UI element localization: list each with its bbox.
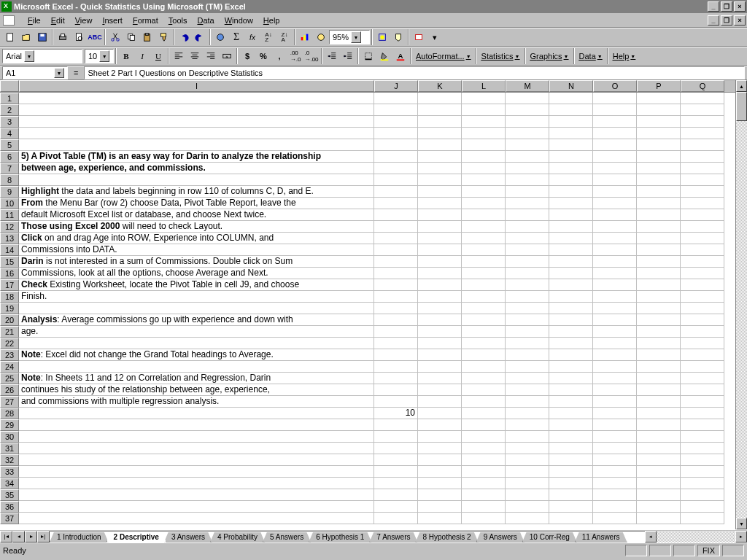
cell[interactable] [549, 419, 593, 431]
cell[interactable] [681, 291, 724, 303]
hscroll-right-button[interactable]: ▸ [735, 531, 747, 542]
cell[interactable] [374, 454, 418, 466]
cell[interactable] [418, 186, 462, 198]
cell[interactable] [549, 291, 593, 303]
cell[interactable] [681, 209, 724, 221]
help-button[interactable] [390, 29, 406, 45]
cell[interactable] [462, 454, 506, 466]
cell[interactable] [681, 244, 724, 256]
cell[interactable] [374, 349, 418, 361]
cell[interactable] [418, 454, 462, 466]
merge-center-button[interactable]: a [219, 48, 235, 64]
col-header-O[interactable]: O [593, 80, 637, 92]
row-header[interactable]: 6 [0, 151, 19, 163]
cell[interactable] [637, 128, 681, 139]
cell[interactable] [19, 501, 374, 513]
cell[interactable]: 10 [374, 408, 418, 419]
cell[interactable] [462, 221, 506, 233]
hscroll-left-button[interactable]: ◂ [645, 531, 657, 542]
cell[interactable] [418, 314, 462, 326]
cell[interactable] [637, 151, 681, 163]
cell[interactable] [593, 419, 637, 431]
align-center-button[interactable] [187, 48, 203, 64]
minimize-button[interactable]: _ [708, 1, 719, 12]
cell[interactable] [506, 256, 549, 268]
cell[interactable] [374, 151, 418, 163]
cell[interactable] [593, 314, 637, 326]
cell[interactable] [593, 174, 637, 186]
cell[interactable] [19, 443, 374, 454]
sheet-tab[interactable]: 6 Hypothesis 1 [309, 532, 371, 542]
cell[interactable] [681, 384, 724, 396]
cell[interactable] [593, 303, 637, 314]
cell[interactable] [637, 361, 681, 373]
cell[interactable] [374, 233, 418, 244]
cell[interactable] [506, 419, 549, 431]
cell[interactable] [462, 128, 506, 139]
chart-wizard-button[interactable] [297, 29, 313, 45]
print-button[interactable] [55, 29, 71, 45]
row-header[interactable]: 1 [0, 93, 19, 104]
cell[interactable] [418, 513, 462, 524]
toolbar-link-data[interactable]: Data ▼ [576, 50, 605, 62]
cell[interactable] [418, 163, 462, 174]
cell[interactable] [681, 279, 724, 291]
row-header[interactable]: 22 [0, 338, 19, 349]
function-button[interactable]: fx [244, 29, 260, 45]
cell[interactable] [593, 454, 637, 466]
cell[interactable] [549, 384, 593, 396]
cell[interactable] [681, 338, 724, 349]
row-header[interactable]: 32 [0, 454, 19, 466]
cell[interactable] [506, 244, 549, 256]
close-button[interactable]: × [734, 1, 746, 12]
cell[interactable] [549, 396, 593, 408]
cell[interactable] [637, 396, 681, 408]
cell[interactable] [506, 384, 549, 396]
row-header[interactable]: 12 [0, 221, 19, 233]
menu-tools[interactable]: Tools [163, 15, 193, 26]
cell[interactable] [418, 268, 462, 279]
row-header[interactable]: 35 [0, 489, 19, 501]
cell[interactable] [593, 396, 637, 408]
zoom-combo[interactable]: 95%▼ [329, 30, 370, 44]
font-name-combo[interactable]: Arial▼ [2, 49, 82, 63]
cell[interactable] [374, 373, 418, 384]
cell[interactable] [418, 431, 462, 443]
col-header-L[interactable]: L [462, 80, 506, 92]
cell[interactable] [549, 361, 593, 373]
row-header[interactable]: 31 [0, 443, 19, 454]
row-header[interactable]: 24 [0, 361, 19, 373]
cell[interactable] [681, 314, 724, 326]
cell[interactable] [593, 513, 637, 524]
cell[interactable]: Note: In Sheets 11 and 12 on Correlation… [19, 373, 374, 384]
cell[interactable] [506, 186, 549, 198]
cell[interactable] [418, 116, 462, 128]
scroll-down-button[interactable]: ▼ [736, 518, 747, 529]
cell[interactable] [418, 443, 462, 454]
cell[interactable] [19, 513, 374, 524]
cell[interactable] [637, 279, 681, 291]
cell[interactable] [374, 221, 418, 233]
cell[interactable] [593, 116, 637, 128]
cell[interactable] [637, 256, 681, 268]
doc-close-button[interactable]: × [734, 15, 746, 26]
cell[interactable] [637, 104, 681, 116]
cell[interactable] [418, 338, 462, 349]
cell[interactable] [418, 303, 462, 314]
cell[interactable] [637, 116, 681, 128]
cell[interactable]: continues his study of the relationship … [19, 384, 374, 396]
cell[interactable] [418, 139, 462, 151]
scroll-up-button[interactable]: ▲ [736, 80, 747, 92]
cell[interactable] [681, 139, 724, 151]
decrease-decimal-button[interactable]: .0→.00 [303, 48, 320, 64]
col-header-J[interactable]: J [374, 80, 418, 92]
cell[interactable] [637, 373, 681, 384]
cell[interactable] [681, 104, 724, 116]
cell[interactable]: Click on and drag Age into ROW, Experien… [19, 233, 374, 244]
cell[interactable] [549, 408, 593, 419]
cell[interactable] [462, 326, 506, 338]
cell[interactable] [549, 478, 593, 489]
row-header[interactable]: 27 [0, 396, 19, 408]
row-header[interactable]: 16 [0, 268, 19, 279]
menu-edit[interactable]: Edit [46, 15, 70, 26]
